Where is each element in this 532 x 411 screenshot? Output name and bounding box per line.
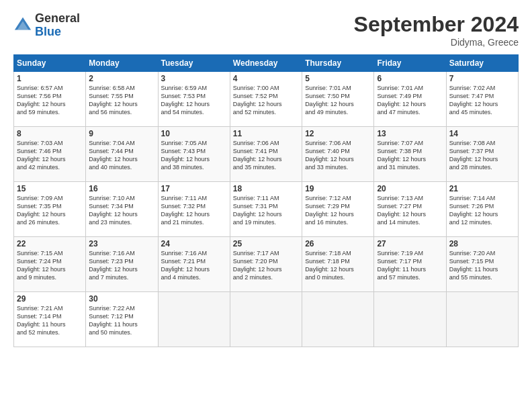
day-3: 3 Sunrise: 6:59 AMSunset: 7:53 PMDayligh… <box>158 72 230 127</box>
day-24: 24 Sunrise: 7:16 AMSunset: 7:21 PMDaylig… <box>158 237 230 292</box>
day-30: 30 Sunrise: 7:22 AMSunset: 7:12 PMDaylig… <box>86 292 158 347</box>
header-tuesday: Tuesday <box>158 55 230 72</box>
day-7: 7 Sunrise: 7:02 AMSunset: 7:47 PMDayligh… <box>446 72 518 127</box>
header-friday: Friday <box>374 55 446 72</box>
header-sunday: Sunday <box>14 55 86 72</box>
empty-cell <box>302 292 374 347</box>
day-15: 15 Sunrise: 7:09 AMSunset: 7:35 PMDaylig… <box>14 182 86 237</box>
logo-general: General <box>35 11 80 25</box>
logo: General Blue <box>13 12 80 39</box>
logo-blue: Blue <box>35 25 61 38</box>
day-1: 1 Sunrise: 6:57 AMSunset: 7:56 PMDayligh… <box>14 72 86 127</box>
empty-cell <box>374 292 446 347</box>
day-28: 28 Sunrise: 7:20 AMSunset: 7:15 PMDaylig… <box>446 237 518 292</box>
table-row: 29 Sunrise: 7:21 AMSunset: 7:14 PMDaylig… <box>14 292 519 347</box>
empty-cell <box>158 292 230 347</box>
day-10: 10 Sunrise: 7:05 AMSunset: 7:43 PMDaylig… <box>158 127 230 182</box>
day-4: 4 Sunrise: 7:00 AMSunset: 7:52 PMDayligh… <box>230 72 302 127</box>
day-29: 29 Sunrise: 7:21 AMSunset: 7:14 PMDaylig… <box>14 292 86 347</box>
day-23: 23 Sunrise: 7:16 AMSunset: 7:23 PMDaylig… <box>86 237 158 292</box>
header-wednesday: Wednesday <box>230 55 302 72</box>
day-8: 8 Sunrise: 7:03 AMSunset: 7:46 PMDayligh… <box>14 127 86 182</box>
day-21: 21 Sunrise: 7:14 AMSunset: 7:26 PMDaylig… <box>446 182 518 237</box>
empty-cell <box>230 292 302 347</box>
header-thursday: Thursday <box>302 55 374 72</box>
table-row: 22 Sunrise: 7:15 AMSunset: 7:24 PMDaylig… <box>14 237 519 292</box>
day-9: 9 Sunrise: 7:04 AMSunset: 7:44 PMDayligh… <box>86 127 158 182</box>
table-row: 8 Sunrise: 7:03 AMSunset: 7:46 PMDayligh… <box>14 127 519 182</box>
day-12: 12 Sunrise: 7:06 AMSunset: 7:40 PMDaylig… <box>302 127 374 182</box>
header: General Blue September 2024 Didyma, Gree… <box>13 12 519 48</box>
weekday-header-row: Sunday Monday Tuesday Wednesday Thursday… <box>14 55 519 72</box>
calendar: Sunday Monday Tuesday Wednesday Thursday… <box>13 54 519 347</box>
header-saturday: Saturday <box>446 55 518 72</box>
header-monday: Monday <box>86 55 158 72</box>
day-18: 18 Sunrise: 7:11 AMSunset: 7:31 PMDaylig… <box>230 182 302 237</box>
location: Didyma, Greece <box>354 37 519 48</box>
logo-text: General Blue <box>35 12 80 39</box>
day-13: 13 Sunrise: 7:07 AMSunset: 7:38 PMDaylig… <box>374 127 446 182</box>
day-2: 2 Sunrise: 6:58 AMSunset: 7:55 PMDayligh… <box>86 72 158 127</box>
title-area: September 2024 Didyma, Greece <box>354 12 519 48</box>
page: General Blue September 2024 Didyma, Gree… <box>0 0 532 411</box>
day-16: 16 Sunrise: 7:10 AMSunset: 7:34 PMDaylig… <box>86 182 158 237</box>
day-17: 17 Sunrise: 7:11 AMSunset: 7:32 PMDaylig… <box>158 182 230 237</box>
logo-icon <box>13 16 32 35</box>
day-11: 11 Sunrise: 7:06 AMSunset: 7:41 PMDaylig… <box>230 127 302 182</box>
table-row: 15 Sunrise: 7:09 AMSunset: 7:35 PMDaylig… <box>14 182 519 237</box>
day-14: 14 Sunrise: 7:08 AMSunset: 7:37 PMDaylig… <box>446 127 518 182</box>
day-20: 20 Sunrise: 7:13 AMSunset: 7:27 PMDaylig… <box>374 182 446 237</box>
day-5: 5 Sunrise: 7:01 AMSunset: 7:50 PMDayligh… <box>302 72 374 127</box>
day-22: 22 Sunrise: 7:15 AMSunset: 7:24 PMDaylig… <box>14 237 86 292</box>
day-19: 19 Sunrise: 7:12 AMSunset: 7:29 PMDaylig… <box>302 182 374 237</box>
table-row: 1 Sunrise: 6:57 AMSunset: 7:56 PMDayligh… <box>14 72 519 127</box>
month-title: September 2024 <box>354 12 519 37</box>
day-6: 6 Sunrise: 7:01 AMSunset: 7:49 PMDayligh… <box>374 72 446 127</box>
day-27: 27 Sunrise: 7:19 AMSunset: 7:17 PMDaylig… <box>374 237 446 292</box>
empty-cell <box>446 292 518 347</box>
day-26: 26 Sunrise: 7:18 AMSunset: 7:18 PMDaylig… <box>302 237 374 292</box>
day-25: 25 Sunrise: 7:17 AMSunset: 7:20 PMDaylig… <box>230 237 302 292</box>
